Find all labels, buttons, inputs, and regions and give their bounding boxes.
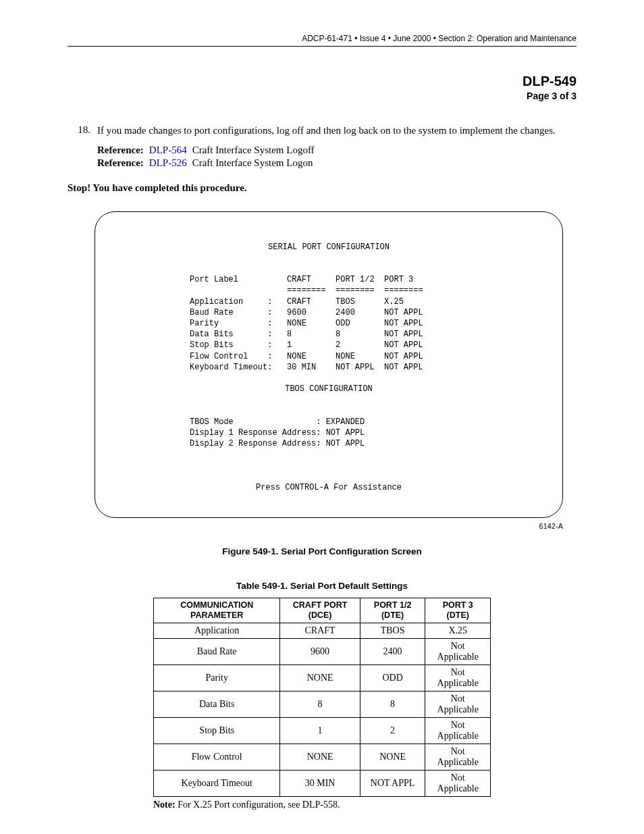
reference-row: Reference: DLP-564 Craft Interface Syste… — [97, 145, 320, 157]
table-row: Flow ControlNONENONENot Applicable — [154, 744, 491, 771]
table-cell: Application — [154, 623, 280, 639]
table-cell: NOT APPL — [360, 771, 425, 797]
figure-id: 6142-A — [68, 522, 563, 530]
table-header: COMMUNICATION PARAMETER — [154, 598, 280, 623]
table-cell: 2400 — [360, 639, 425, 665]
table-cell: Baud Rate — [154, 639, 280, 665]
settings-table: COMMUNICATION PARAMETER CRAFT PORT (DCE)… — [153, 598, 491, 797]
table-cell: NONE — [360, 744, 425, 771]
reference-label: Reference: — [97, 157, 149, 170]
table-header: CRAFT PORT (DCE) — [280, 598, 360, 623]
table-cell: Stop Bits — [154, 718, 280, 744]
table-cell: NONE — [280, 744, 360, 771]
terminal-title: SERIAL PORT CONFIGURATION — [115, 242, 542, 253]
reference-link[interactable]: DLP-526 — [149, 157, 192, 170]
table-cell: 2 — [360, 718, 425, 744]
table-body: ApplicationCRAFTTBOSX.25Baud Rate9600240… — [154, 623, 491, 797]
table-row: ApplicationCRAFTTBOSX.25 — [154, 623, 491, 639]
table-cell: Not Applicable — [425, 665, 491, 692]
table-cell: Flow Control — [154, 744, 280, 771]
table-note: Note: For X.25 Port configuration, see D… — [153, 800, 491, 810]
table-cell: CRAFT — [280, 623, 360, 639]
table-cell: Not Applicable — [425, 718, 491, 744]
table-cell: ODD — [360, 665, 425, 692]
doc-subtitle: Page 3 of 3 — [68, 90, 576, 101]
table-caption: Table 549-1. Serial Port Default Setting… — [68, 581, 576, 591]
table-cell: Not Applicable — [425, 639, 491, 665]
doc-title: DLP-549 — [68, 74, 576, 89]
reference-desc: Craft Interface System Logoff — [192, 145, 320, 157]
terminal-assist: Press CONTROL-A For Assistance — [115, 482, 542, 493]
table-row: Data Bits88Not Applicable — [154, 692, 491, 718]
reference-desc: Craft Interface System Logon — [192, 157, 320, 170]
table-row: Stop Bits12Not Applicable — [154, 718, 491, 744]
terminal-screen: SERIAL PORT CONFIGURATION Port Label CRA… — [95, 211, 563, 519]
table-cell: Not Applicable — [425, 692, 491, 718]
table-row: Baud Rate96002400Not Applicable — [154, 639, 491, 665]
reference-row: Reference: DLP-526 Craft Interface Syste… — [97, 157, 320, 170]
reference-link[interactable]: DLP-564 — [149, 145, 192, 157]
table-cell: 8 — [280, 692, 360, 718]
tbos-block: TBOS Mode : EXPANDED Display 1 Response … — [115, 417, 542, 450]
reference-table: Reference: DLP-564 Craft Interface Syste… — [97, 145, 320, 170]
step-number: 18. — [68, 124, 97, 138]
step-item: 18. If you made changes to port configur… — [68, 124, 576, 138]
table-cell: 9600 — [280, 639, 360, 665]
table-header-row: COMMUNICATION PARAMETER CRAFT PORT (DCE)… — [154, 598, 491, 623]
note-text: For X.25 Port configuration, see DLP-558… — [176, 800, 340, 810]
table-cell: Keyboard Timeout — [154, 771, 280, 797]
tbos-title: TBOS CONFIGURATION — [115, 384, 542, 394]
table-cell: 1 — [280, 718, 360, 744]
running-header: ADCP-61-471 • Issue 4 • June 2000 • Sect… — [68, 34, 576, 46]
table-cell: 8 — [360, 692, 425, 718]
table-cell: NONE — [280, 665, 360, 692]
table-row: Keyboard Timeout30 MINNOT APPLNot Applic… — [154, 771, 491, 797]
stop-line: Stop! You have completed this procedure. — [68, 182, 576, 194]
table-row: ParityNONEODDNot Applicable — [154, 665, 491, 692]
step-text: If you made changes to port configuratio… — [97, 124, 576, 138]
table-cell: Not Applicable — [425, 771, 491, 797]
terminal-block: Port Label CRAFT PORT 1/2 PORT 3 =======… — [115, 274, 542, 373]
table-cell: Parity — [154, 665, 280, 692]
note-label: Note: — [153, 800, 176, 810]
table-cell: Data Bits — [154, 692, 280, 718]
table-cell: X.25 — [425, 623, 491, 639]
header-rule — [68, 46, 576, 47]
reference-label: Reference: — [97, 145, 149, 157]
figure-caption: Figure 549-1. Serial Port Configuration … — [68, 546, 576, 556]
table-cell: TBOS — [360, 623, 425, 639]
document-page: ADCP-61-471 • Issue 4 • June 2000 • Sect… — [0, 0, 644, 834]
table-cell: 30 MIN — [280, 771, 360, 797]
table-cell: Not Applicable — [425, 744, 491, 771]
table-header: PORT 3 (DTE) — [425, 598, 491, 623]
table-header: PORT 1/2 (DTE) — [360, 598, 425, 623]
